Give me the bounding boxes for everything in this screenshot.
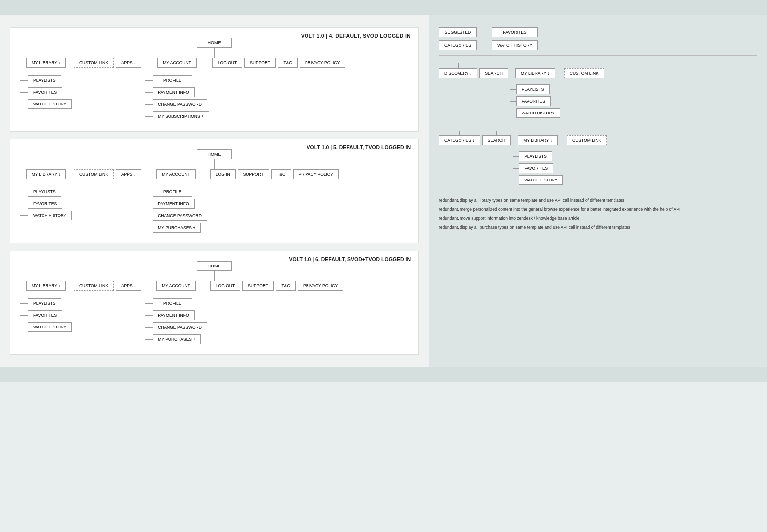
paymentinfo-5: PAYMENT INFO xyxy=(153,199,194,209)
left-panel: VOLT 1.0 | 4. DEFAULT, SVOD LOGGED IN HO… xyxy=(0,15,429,367)
mypurchases-6: MY PURCHASES + xyxy=(153,334,201,344)
notes-section: redundant, display all library types on … xyxy=(439,190,757,241)
right-col2: FAVORITES WATCH HISTORY xyxy=(492,27,538,50)
customlink-5: CUSTOM LINK xyxy=(74,169,114,179)
changepassword-4: CHANGE PASSWORD xyxy=(153,99,207,109)
customlink-svod-right: CUSTOM LINK xyxy=(564,63,604,78)
privacypolicy-node-4: PRIVACY POLICY xyxy=(300,58,345,68)
favorites-row-4: FAVORITES xyxy=(20,87,62,97)
watchhistory-tvod-right: WATCH HISTORY xyxy=(519,175,563,185)
changepassword-5: CHANGE PASSWORD xyxy=(153,211,207,221)
discovery-node: DISCOVERY ↓ xyxy=(439,68,477,78)
paymentinfo-4: PAYMENT INFO xyxy=(153,87,194,97)
note-3: redundant, move support information into… xyxy=(439,216,757,221)
categories-node: CATEGORIES xyxy=(439,40,477,50)
categories-tvod-node: CATEGORIES ↓ xyxy=(439,135,480,145)
tandc-node-4: T&C xyxy=(278,58,298,68)
bottom-band xyxy=(0,367,767,382)
mysubscriptions-4: MY SUBSCRIPTIONS + xyxy=(153,111,209,121)
playlists-row-4: PLAYLISTS xyxy=(20,75,61,85)
mylibrary-6: MY LIBRARY ↓ xyxy=(26,281,66,291)
mylibrary-5: MY LIBRARY ↓ xyxy=(26,169,66,179)
profile-6: PROFILE xyxy=(153,298,192,308)
apps-5: APPS ↓ xyxy=(116,169,141,179)
apps-node-4: APPS ↓ xyxy=(116,58,141,68)
home-node-4: HOME xyxy=(197,38,232,48)
watchhistory-row-4: WATCH HISTORY xyxy=(20,99,72,109)
favorites-4: FAVORITES xyxy=(28,87,62,97)
discovery-group: DISCOVERY ↓ xyxy=(439,63,477,78)
search-svod-node: SEARCH xyxy=(479,68,508,78)
mylibrary-tvod-right: MY LIBRARY ↓ PLAYLISTS FAVORITES xyxy=(513,131,563,185)
support-4: SUPPORT xyxy=(244,58,276,68)
logout-node-4: LOG OUT xyxy=(212,58,242,68)
right-middle-tvod: CATEGORIES ↓ SEARCH MY LIBRARY ↓ PLAYLIS… xyxy=(439,123,757,190)
customlink-svod-right-node: CUSTOM LINK xyxy=(564,68,604,78)
myaccount-5: MY ACCOUNT xyxy=(156,169,196,179)
home-node-5: HOME xyxy=(197,149,232,159)
customlink-tvod-right-node: CUSTOM LINK xyxy=(567,135,607,145)
search-tvod-node: SEARCH xyxy=(482,135,511,145)
watchhistory-right-top: WATCH HISTORY xyxy=(492,40,538,50)
login-5: LOG IN xyxy=(210,169,236,179)
top-band xyxy=(0,0,767,15)
support-5: SUPPORT xyxy=(238,169,269,179)
right-middle-svod: DISCOVERY ↓ SEARCH MY LIBRARY ↓ PLAYLIST… xyxy=(439,56,757,123)
paymentinfo-6: PAYMENT INFO xyxy=(153,310,194,320)
apps-4: APPS ↓ xyxy=(116,58,141,68)
watchhistory-6: WATCH HISTORY xyxy=(28,322,72,332)
home-vline-4 xyxy=(214,48,215,58)
categories-tvod-group: CATEGORIES ↓ xyxy=(439,131,480,145)
note-4: redundant, display all purchase types on… xyxy=(439,225,757,230)
right-tvod-nav: CATEGORIES ↓ SEARCH MY LIBRARY ↓ PLAYLIS… xyxy=(439,131,757,185)
changepassword-6: CHANGE PASSWORD xyxy=(153,322,207,332)
favorites-right-top: FAVORITES xyxy=(492,27,538,37)
playlists-5: PLAYLISTS xyxy=(28,187,61,197)
my-library-group-4: MY LIBRARY ↓ PLAYLISTS FAVORITES xyxy=(20,58,72,109)
section-6-title: VOLT 1.0 | 6. DEFAULT, SVOD+TVOD LOGGED … xyxy=(289,256,411,262)
right-panel: SUGGESTED CATEGORIES FAVORITES WATCH HIS… xyxy=(429,15,767,367)
favorites-tvod-right: FAVORITES xyxy=(519,163,553,173)
logout-4: LOG OUT xyxy=(212,58,242,68)
watchhistory-svod-right: WATCH HISTORY xyxy=(516,108,560,118)
profile-4: PROFILE xyxy=(153,75,192,85)
privacy-5: PRIVACY POLICY xyxy=(293,169,339,179)
note-2: redundant, merge personalized content in… xyxy=(439,207,757,212)
playlists-4: PLAYLISTS xyxy=(28,75,61,85)
playlists-tvod-right: PLAYLISTS xyxy=(519,151,552,161)
myaccount-6: MY ACCOUNT xyxy=(156,281,196,291)
tandc-5: T&C xyxy=(271,169,291,179)
nav-row-4: MY LIBRARY ↓ PLAYLISTS FAVORITES xyxy=(20,58,408,121)
favorites-6: FAVORITES xyxy=(28,310,62,320)
section-4-title: VOLT 1.0 | 4. DEFAULT, SVOD LOGGED IN xyxy=(301,33,411,39)
section-svod-tvod: VOLT 1.0 | 6. DEFAULT, SVOD+TVOD LOGGED … xyxy=(10,251,419,355)
home-row-4: HOME xyxy=(20,38,408,58)
privacypolicy-4: PRIVACY POLICY xyxy=(300,58,345,68)
playlists-6: PLAYLISTS xyxy=(28,298,61,308)
favorites-5: FAVORITES xyxy=(28,199,62,209)
favorites-svod-right: FAVORITES xyxy=(516,96,551,106)
watchhistory-5: WATCH HISTORY xyxy=(28,211,72,220)
customlink-6: CUSTOM LINK xyxy=(74,281,114,291)
home-node-6: HOME xyxy=(197,261,232,271)
watchhistory-4: WATCH HISTORY xyxy=(28,99,72,109)
playlists-svod-right: PLAYLISTS xyxy=(516,84,550,94)
right-top-section: SUGGESTED CATEGORIES FAVORITES WATCH HIS… xyxy=(439,20,757,56)
tandc-6: T&C xyxy=(276,281,296,291)
suggested-node: SUGGESTED xyxy=(439,27,477,37)
customlink-4: CUSTOM LINK xyxy=(74,58,114,68)
section-tvod: VOLT 1.0 | 5. DEFAULT, TVOD LOGGED IN HO… xyxy=(10,139,419,243)
section-5-title: VOLT 1.0 | 5. DEFAULT, TVOD LOGGED IN xyxy=(307,144,411,150)
customlink-tvod-right: CUSTOM LINK xyxy=(567,131,607,145)
mylibrary-svod-right-node: MY LIBRARY ↓ xyxy=(515,68,555,78)
right-svod-nav: DISCOVERY ↓ SEARCH MY LIBRARY ↓ PLAYLIST… xyxy=(439,63,757,118)
search-tvod: SEARCH xyxy=(482,131,511,145)
my-library-4: MY LIBRARY ↓ xyxy=(26,58,66,68)
privacy-6: PRIVACY POLICY xyxy=(298,281,343,291)
apps-6: APPS ↓ xyxy=(116,281,141,291)
section-svod: VOLT 1.0 | 4. DEFAULT, SVOD LOGGED IN HO… xyxy=(10,27,419,132)
support-node-4: SUPPORT xyxy=(244,58,276,68)
mypurchases-5: MY PURCHASES + xyxy=(153,223,201,233)
logout-6: LOG OUT xyxy=(210,281,240,291)
support-6: SUPPORT xyxy=(242,281,274,291)
